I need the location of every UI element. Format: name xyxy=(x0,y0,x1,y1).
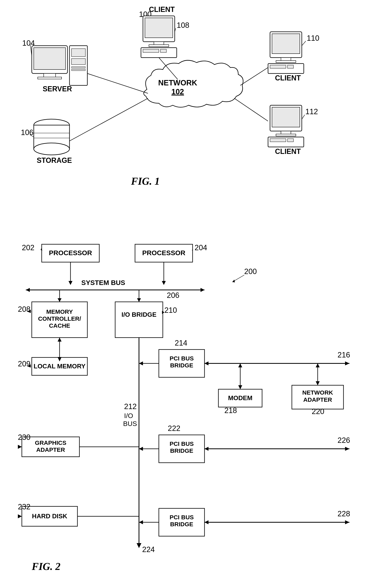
svg-marker-100 xyxy=(18,445,22,449)
svg-rect-39 xyxy=(270,139,286,142)
ref-226: 226 xyxy=(338,436,350,444)
processor2-label: PROCESSOR xyxy=(142,249,185,256)
svg-line-43 xyxy=(69,98,148,141)
pci-bridge2-label1: PCI BUS xyxy=(170,441,194,447)
svg-marker-59 xyxy=(26,288,30,292)
fig2-container: 200 PROCESSOR 202 PROCESSOR 204 S xyxy=(16,234,365,582)
svg-rect-5 xyxy=(38,77,62,79)
modem-label: MODEM xyxy=(228,394,253,401)
svg-rect-10 xyxy=(71,69,85,71)
svg-rect-29 xyxy=(276,61,296,63)
ref-214: 214 xyxy=(175,339,187,347)
pci-bridge3-label1: PCI BUS xyxy=(170,514,194,521)
ref-204: 204 xyxy=(194,243,207,252)
svg-marker-68 xyxy=(162,311,164,314)
svg-rect-9 xyxy=(71,66,85,68)
svg-rect-8 xyxy=(71,59,85,64)
ref-218: 218 xyxy=(224,406,237,415)
client-right-top-label: CLIENT xyxy=(275,74,301,82)
svg-marker-78 xyxy=(137,543,141,548)
fig2-label: FIG. 2 xyxy=(32,561,60,572)
pci-bridge3-label2: BRIDGE xyxy=(170,521,193,527)
client-right-bottom-label: CLIENT xyxy=(275,147,301,155)
ref-210: 210 xyxy=(164,306,177,314)
ref-209: 209 xyxy=(18,360,30,368)
svg-marker-107 xyxy=(205,520,209,524)
svg-marker-92 xyxy=(316,363,320,367)
local-memory-label: LOCAL MEMORY xyxy=(34,363,85,370)
svg-marker-60 xyxy=(201,288,205,292)
client-top-label: CLIENT xyxy=(149,5,175,14)
svg-point-14 xyxy=(34,143,69,155)
ref-104: 104 xyxy=(22,39,35,47)
svg-rect-37 xyxy=(276,134,296,136)
svg-rect-4 xyxy=(44,73,56,77)
svg-marker-109 xyxy=(18,514,22,518)
svg-marker-70 xyxy=(137,298,141,302)
svg-rect-3 xyxy=(34,48,65,69)
io-bridge-label1: I/O BRIDGE xyxy=(122,311,156,318)
svg-marker-87 xyxy=(238,385,242,389)
svg-marker-65 xyxy=(58,298,62,302)
svg-rect-19 xyxy=(145,18,173,38)
svg-line-45 xyxy=(240,67,268,85)
io-bus-label2: BUS xyxy=(123,420,137,427)
fig1-container: 100 104 SERVER xyxy=(16,6,365,220)
svg-rect-35 xyxy=(272,107,300,127)
ref-224: 224 xyxy=(142,545,155,554)
hard-disk-label: HARD DISK xyxy=(32,513,67,520)
svg-rect-24 xyxy=(160,49,166,52)
ref-108: 108 xyxy=(177,21,189,29)
network-label: NETWORK xyxy=(158,79,197,87)
svg-marker-55 xyxy=(68,281,72,285)
svg-rect-20 xyxy=(154,42,164,45)
graphics-adapter-label1: GRAPHICS xyxy=(35,440,66,446)
svg-marker-57 xyxy=(162,281,166,285)
ref-222: 222 xyxy=(168,424,180,433)
svg-line-46 xyxy=(234,98,268,121)
ref-228: 228 xyxy=(338,510,350,518)
ref-106: 106 xyxy=(21,128,33,137)
network-adapter-label2: ADAPTER xyxy=(303,396,332,403)
ref-200: 200 xyxy=(244,267,257,276)
ref-232: 232 xyxy=(18,503,30,511)
svg-line-72 xyxy=(31,366,32,366)
ref-216: 216 xyxy=(338,351,350,359)
page: 100 104 SERVER xyxy=(0,0,382,588)
svg-rect-27 xyxy=(272,34,300,54)
processor1-label: PROCESSOR xyxy=(49,249,92,256)
svg-rect-23 xyxy=(143,49,159,52)
server-label: SERVER xyxy=(43,85,72,93)
svg-marker-84 xyxy=(205,361,209,365)
fig2-svg: 200 PROCESSOR 202 PROCESSOR 204 S xyxy=(16,234,365,582)
svg-rect-7 xyxy=(71,49,85,57)
svg-marker-91 xyxy=(316,381,320,385)
storage-label: STORAGE xyxy=(37,156,72,165)
svg-marker-104 xyxy=(139,520,143,524)
ref-212: 212 xyxy=(124,402,137,411)
pci-bridge1-label1: PCI BUS xyxy=(170,355,194,362)
svg-rect-21 xyxy=(149,45,169,47)
svg-marker-106 xyxy=(345,520,349,524)
ref-206: 206 xyxy=(167,291,179,299)
svg-line-41 xyxy=(302,115,305,119)
pci-bridge1-label2: BRIDGE xyxy=(170,362,193,369)
svg-marker-76 xyxy=(58,337,62,342)
svg-rect-40 xyxy=(288,139,294,142)
svg-marker-98 xyxy=(205,447,209,451)
svg-marker-83 xyxy=(345,361,349,365)
pci-bridge2-label2: BRIDGE xyxy=(170,447,193,454)
ref-220: 220 xyxy=(312,407,324,416)
svg-marker-88 xyxy=(238,363,242,367)
network-ref-label: 102 xyxy=(171,87,184,96)
ref-230: 230 xyxy=(18,433,30,441)
system-bus-label: SYSTEM BUS xyxy=(81,279,125,286)
svg-line-33 xyxy=(302,41,306,46)
fig1-label: FIG. 1 xyxy=(131,176,160,187)
graphics-adapter-label2: ADAPTER xyxy=(36,446,65,453)
ref-112: 112 xyxy=(305,107,318,116)
svg-rect-28 xyxy=(281,58,291,61)
ref-202: 202 xyxy=(22,243,34,252)
ref-110: 110 xyxy=(307,34,319,42)
svg-rect-66 xyxy=(115,302,163,337)
